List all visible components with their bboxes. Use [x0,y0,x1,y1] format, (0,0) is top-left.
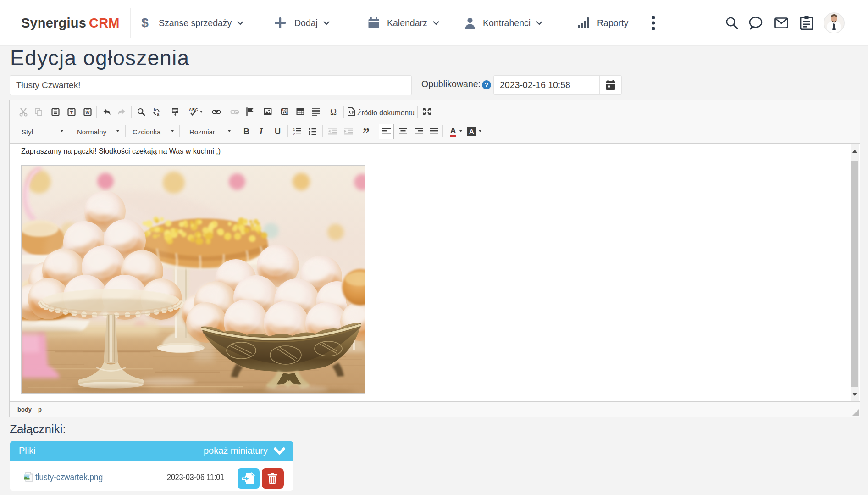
svg-text:1: 1 [293,128,295,132]
svg-text:2: 2 [293,132,295,136]
svg-text:$: $ [141,16,149,30]
svg-text:W: W [86,111,90,115]
svg-text:ABC: ABC [189,107,198,112]
svg-text:Ω: Ω [330,107,337,116]
svg-text:b: b [154,108,156,112]
svg-text:T: T [70,110,73,115]
svg-text:a: a [157,112,160,117]
